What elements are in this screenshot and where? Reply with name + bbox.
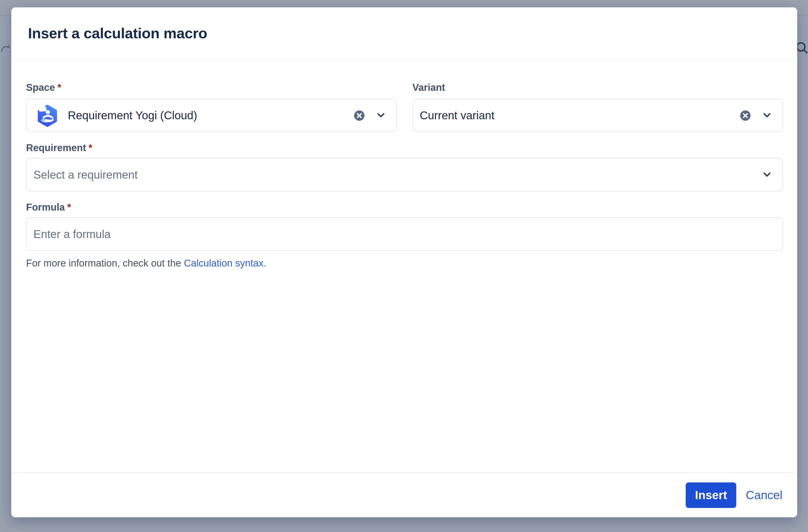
chevron-down-icon xyxy=(763,113,771,118)
chevron-down-icon xyxy=(377,113,384,118)
insert-button[interactable]: Insert xyxy=(686,482,736,508)
variant-label: Variant xyxy=(412,81,783,94)
space-clear-button[interactable] xyxy=(354,110,364,120)
requirement-field: Requirement* Select a requirement xyxy=(26,142,783,191)
requirement-yogi-logo-icon xyxy=(36,104,59,127)
formula-required-marker: * xyxy=(67,202,71,212)
dialog-body: Space* xyxy=(11,60,797,473)
requirement-label: Requirement* xyxy=(26,142,783,154)
formula-field: Formula* xyxy=(26,201,783,251)
variant-field: Variant Current variant xyxy=(412,81,783,132)
calculation-syntax-link[interactable]: Calculation syntax xyxy=(184,258,264,268)
formula-help-text: For more information, check out the Calc… xyxy=(26,257,783,269)
requirement-required-marker: * xyxy=(89,142,93,153)
redo-icon[interactable] xyxy=(1,44,11,54)
requirement-select-placeholder: Select a requirement xyxy=(33,168,137,181)
space-label: Space* xyxy=(26,81,397,94)
dialog-footer: Insert Cancel xyxy=(11,473,797,517)
screen: Insert a calculation macro Space* xyxy=(0,0,808,532)
clear-x-icon xyxy=(740,110,751,120)
clear-x-icon xyxy=(354,110,364,120)
formula-input[interactable] xyxy=(26,217,783,251)
space-select[interactable]: Requirement Yogi (Cloud) xyxy=(26,99,397,132)
requirement-select[interactable]: Select a requirement xyxy=(26,158,783,191)
help-suffix: . xyxy=(263,258,266,268)
variant-label-text: Variant xyxy=(412,82,445,93)
space-select-value: Requirement Yogi (Cloud) xyxy=(68,109,197,122)
variant-select-value: Current variant xyxy=(420,109,494,122)
dialog-title: Insert a calculation macro xyxy=(28,25,207,42)
formula-label-text: Formula xyxy=(26,202,65,212)
space-required-marker: * xyxy=(57,82,61,93)
help-prefix: For more information, check out the xyxy=(26,258,184,268)
chevron-down-icon xyxy=(763,172,771,177)
space-field: Space* xyxy=(26,81,397,132)
cancel-button[interactable]: Cancel xyxy=(746,488,783,502)
variant-select[interactable]: Current variant xyxy=(412,99,783,132)
insert-calculation-macro-dialog: Insert a calculation macro Space* xyxy=(11,7,797,517)
dialog-header: Insert a calculation macro xyxy=(11,7,797,60)
space-label-text: Space xyxy=(26,82,55,93)
requirement-label-text: Requirement xyxy=(26,142,86,153)
formula-label: Formula* xyxy=(26,201,783,213)
variant-clear-button[interactable] xyxy=(740,110,751,120)
